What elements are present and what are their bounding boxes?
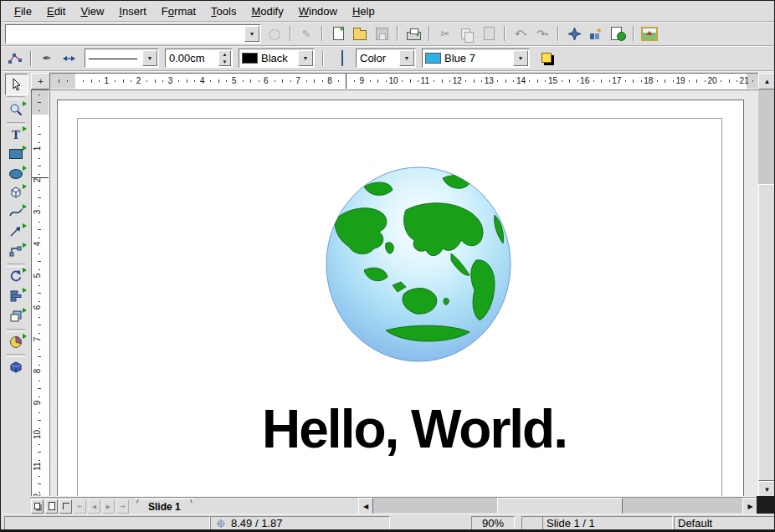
save-document-icon xyxy=(373,25,390,42)
horizontal-scrollbar[interactable]: ◀ ▶ xyxy=(358,498,757,513)
line-dialog-button[interactable]: ✒ xyxy=(37,49,57,69)
navigator-button[interactable] xyxy=(564,23,584,43)
edit-points-icon xyxy=(8,53,23,64)
status-slide-field[interactable]: Slide 1 / 1 xyxy=(542,516,673,530)
vertical-scroll-thumb[interactable] xyxy=(758,184,775,481)
arrange-tool-button[interactable] xyxy=(5,306,27,326)
line-color-swatch xyxy=(242,53,258,64)
open-document-icon xyxy=(352,25,368,42)
edit-points-button[interactable] xyxy=(5,49,25,69)
controller-3d-tool-button[interactable] xyxy=(5,356,27,376)
gallery-icon xyxy=(641,25,658,42)
menu-edit[interactable]: Edit xyxy=(39,3,73,20)
text-tool-button[interactable]: T xyxy=(5,125,27,145)
fill-style-dropdown-icon[interactable]: ▼ xyxy=(399,50,414,66)
horizontal-scroll-thumb[interactable] xyxy=(497,498,623,514)
hruler-number: 10 xyxy=(389,76,398,85)
scroll-down-icon[interactable]: ▼ xyxy=(758,481,775,498)
horizontal-ruler[interactable]: 123456789101112131415161718192021 xyxy=(49,73,759,90)
rectangle-tool-button[interactable] xyxy=(5,144,27,164)
new-document-button[interactable]: ✶ xyxy=(328,23,348,43)
status-position-field[interactable]: 8.49 / 1.87 xyxy=(210,516,390,530)
line-color-dropdown-icon[interactable]: ▼ xyxy=(298,50,313,66)
insert-tool-button[interactable] xyxy=(5,332,27,352)
main-toolbar: T xyxy=(2,71,30,513)
hruler-number: 6 xyxy=(264,76,269,85)
new-document-icon: ✶ xyxy=(330,25,346,42)
connector-icon xyxy=(9,244,23,258)
fill-color-select[interactable]: Blue 7 ▼ xyxy=(422,49,530,68)
menu-help[interactable]: Help xyxy=(345,3,382,20)
menu-format[interactable]: Format xyxy=(154,3,203,20)
menu-tools[interactable]: Tools xyxy=(203,3,244,20)
longclick-arrow-icon xyxy=(23,243,27,248)
zoom-tool-button[interactable] xyxy=(5,100,27,120)
line-style-select[interactable]: ▼ xyxy=(85,49,159,68)
autopilot-button[interactable]: ✶ xyxy=(586,23,606,43)
url-combobox-dropdown-icon[interactable]: ▼ xyxy=(244,26,259,42)
line-width-spinner[interactable]: 0.00cm ▲▼ xyxy=(165,49,233,68)
line-style-value xyxy=(85,52,141,64)
slide-view-button[interactable] xyxy=(31,499,44,514)
curve-tool-button[interactable] xyxy=(5,202,27,223)
vruler-number: 3 xyxy=(33,210,42,215)
fill-style-value: Color xyxy=(357,52,398,64)
hruler-number: 18 xyxy=(644,76,653,85)
object-toolbar: ✒ ▼ 0.00cm ▲▼ Black ▼ Color ▼ xyxy=(2,46,773,71)
line-style-dropdown-icon[interactable]: ▼ xyxy=(142,50,157,66)
area-dialog-button[interactable] xyxy=(332,49,352,69)
print-file-button[interactable] xyxy=(403,23,423,43)
alignment-tool-button[interactable] xyxy=(5,286,27,306)
menu-insert[interactable]: Insert xyxy=(111,3,154,20)
last-slide-icon: ⇥ xyxy=(121,504,126,510)
slide-tab-label: Slide 1 xyxy=(148,501,181,513)
spin-up-icon[interactable]: ▲ xyxy=(219,51,230,59)
scroll-up-icon[interactable]: ▲ xyxy=(758,73,775,90)
menu-window[interactable]: Window xyxy=(291,3,345,20)
menu-file[interactable]: File xyxy=(7,3,39,20)
arrow-style-button[interactable] xyxy=(59,49,79,69)
url-combobox[interactable]: ▼ xyxy=(5,24,261,43)
longclick-arrow-icon xyxy=(23,146,27,151)
previous-slide-button: ◀ xyxy=(88,499,100,514)
menu-modify[interactable]: Modify xyxy=(244,3,290,20)
layer-view-button[interactable] xyxy=(59,499,72,514)
status-template-field[interactable]: Default xyxy=(674,516,775,530)
lines-arrows-icon xyxy=(9,225,23,238)
globe-graphic[interactable] xyxy=(326,166,511,362)
print-file-icon xyxy=(405,25,422,42)
fill-style-select[interactable]: Color ▼ xyxy=(356,49,416,68)
longclick-arrow-icon xyxy=(23,204,27,209)
effects-tool-button[interactable] xyxy=(5,266,27,286)
line-width-spin-buttons[interactable]: ▲▼ xyxy=(218,50,231,66)
status-zoom-field[interactable]: 90% xyxy=(471,516,515,530)
scroll-left-icon[interactable]: ◀ xyxy=(358,498,373,514)
undo-button: ↶▾ xyxy=(511,23,531,43)
select-tool-button[interactable] xyxy=(5,74,28,95)
slide-title-text[interactable]: Hello, World. xyxy=(232,398,597,460)
menu-view[interactable]: View xyxy=(73,3,111,20)
connector-tool-button[interactable] xyxy=(5,241,27,261)
drawing-canvas[interactable]: Hello, World. xyxy=(49,90,758,498)
ruler-origin-button[interactable]: + xyxy=(31,73,50,90)
hyperlink-button[interactable] xyxy=(608,23,628,43)
ellipse-tool-button[interactable] xyxy=(5,164,27,184)
open-document-button[interactable] xyxy=(350,23,370,43)
master-view-button[interactable] xyxy=(45,499,58,514)
fill-color-dropdown-icon[interactable]: ▼ xyxy=(513,50,528,66)
vertical-ruler[interactable]: 123456789101112 xyxy=(31,90,49,498)
lines-arrows-tool-button[interactable] xyxy=(5,222,27,242)
shadow-button[interactable] xyxy=(537,49,557,69)
slide-page[interactable]: Hello, World. xyxy=(57,100,744,498)
vruler-number: 9 xyxy=(33,401,42,406)
slide-tab[interactable]: Slide 1 xyxy=(135,499,194,514)
status-modified-field xyxy=(521,516,545,530)
paste-button xyxy=(479,23,499,43)
vertical-scrollbar[interactable]: ▲ ▼ xyxy=(758,73,774,496)
gallery-button[interactable] xyxy=(639,23,660,43)
ellipse-icon xyxy=(9,169,23,179)
objects-3d-tool-button[interactable] xyxy=(5,182,27,202)
line-color-select[interactable]: Black ▼ xyxy=(239,49,315,68)
layer-view-icon xyxy=(63,503,69,510)
spin-down-icon[interactable]: ▼ xyxy=(219,59,230,66)
